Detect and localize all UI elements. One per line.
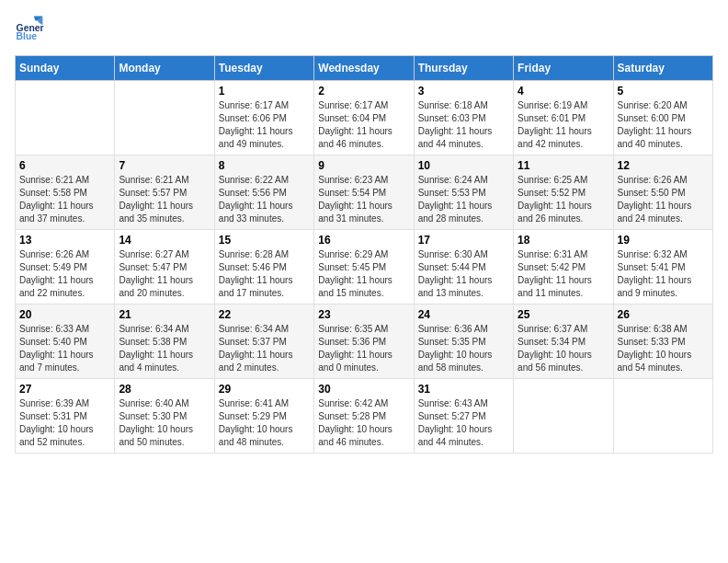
cell-details: Sunrise: 6:25 AMSunset: 5:52 PMDaylight:… <box>518 174 609 225</box>
weekday-header-wednesday: Wednesday <box>314 56 414 81</box>
calendar-week-row: 27Sunrise: 6:39 AMSunset: 5:31 PMDayligh… <box>16 379 713 454</box>
calendar-cell: 18Sunrise: 6:31 AMSunset: 5:42 PMDayligh… <box>514 230 613 304</box>
calendar-cell: 1Sunrise: 6:17 AMSunset: 6:06 PMDaylight… <box>214 81 313 155</box>
calendar-cell <box>514 379 613 454</box>
cell-details: Sunrise: 6:23 AMSunset: 5:54 PMDaylight:… <box>318 174 409 225</box>
day-number: 10 <box>418 159 509 172</box>
weekday-header-saturday: Saturday <box>613 56 712 81</box>
day-number: 11 <box>518 159 609 172</box>
calendar-cell: 12Sunrise: 6:26 AMSunset: 5:50 PMDayligh… <box>613 155 712 230</box>
cell-details: Sunrise: 6:32 AMSunset: 5:41 PMDaylight:… <box>618 248 709 300</box>
cell-details: Sunrise: 6:29 AMSunset: 5:45 PMDaylight:… <box>318 248 409 300</box>
calendar-cell: 9Sunrise: 6:23 AMSunset: 5:54 PMDaylight… <box>314 155 414 230</box>
cell-details: Sunrise: 6:40 AMSunset: 5:30 PMDaylight:… <box>119 397 210 449</box>
day-number: 17 <box>418 234 509 247</box>
cell-details: Sunrise: 6:21 AMSunset: 5:57 PMDaylight:… <box>119 174 210 225</box>
calendar-cell: 6Sunrise: 6:21 AMSunset: 5:58 PMDaylight… <box>16 155 115 230</box>
calendar-cell: 16Sunrise: 6:29 AMSunset: 5:45 PMDayligh… <box>314 230 414 304</box>
svg-text:Blue: Blue <box>17 31 38 41</box>
cell-details: Sunrise: 6:36 AMSunset: 5:35 PMDaylight:… <box>418 323 509 374</box>
cell-details: Sunrise: 6:42 AMSunset: 5:28 PMDaylight:… <box>318 397 409 449</box>
day-number: 25 <box>518 308 609 321</box>
cell-details: Sunrise: 6:38 AMSunset: 5:33 PMDaylight:… <box>618 323 709 374</box>
day-number: 13 <box>19 234 110 247</box>
calendar-cell: 31Sunrise: 6:43 AMSunset: 5:27 PMDayligh… <box>414 379 513 454</box>
cell-details: Sunrise: 6:24 AMSunset: 5:53 PMDaylight:… <box>418 174 509 225</box>
day-number: 16 <box>318 234 409 247</box>
day-number: 15 <box>219 234 310 247</box>
calendar-cell: 5Sunrise: 6:20 AMSunset: 6:00 PMDaylight… <box>613 81 712 155</box>
cell-details: Sunrise: 6:41 AMSunset: 5:29 PMDaylight:… <box>219 397 310 449</box>
cell-details: Sunrise: 6:39 AMSunset: 5:31 PMDaylight:… <box>19 397 110 449</box>
day-number: 21 <box>119 308 210 321</box>
calendar-cell: 19Sunrise: 6:32 AMSunset: 5:41 PMDayligh… <box>613 230 712 304</box>
day-number: 24 <box>418 308 509 321</box>
day-number: 29 <box>219 383 310 396</box>
day-number: 5 <box>618 85 709 98</box>
cell-details: Sunrise: 6:19 AMSunset: 6:01 PMDaylight:… <box>518 99 609 151</box>
calendar-cell: 11Sunrise: 6:25 AMSunset: 5:52 PMDayligh… <box>514 155 613 230</box>
day-number: 19 <box>618 234 709 247</box>
cell-details: Sunrise: 6:34 AMSunset: 5:38 PMDaylight:… <box>119 323 210 374</box>
weekday-header-sunday: Sunday <box>16 56 115 81</box>
day-number: 31 <box>418 383 509 396</box>
day-number: 22 <box>219 308 310 321</box>
day-number: 20 <box>19 308 110 321</box>
day-number: 27 <box>19 383 110 396</box>
day-number: 12 <box>618 159 709 172</box>
cell-details: Sunrise: 6:18 AMSunset: 6:03 PMDaylight:… <box>418 99 509 151</box>
day-number: 26 <box>618 308 709 321</box>
calendar-week-row: 6Sunrise: 6:21 AMSunset: 5:58 PMDaylight… <box>16 155 713 230</box>
calendar-cell: 2Sunrise: 6:17 AMSunset: 6:04 PMDaylight… <box>314 81 414 155</box>
calendar-cell: 24Sunrise: 6:36 AMSunset: 5:35 PMDayligh… <box>414 304 513 379</box>
day-number: 3 <box>418 85 509 98</box>
calendar-cell: 10Sunrise: 6:24 AMSunset: 5:53 PMDayligh… <box>414 155 513 230</box>
calendar-cell <box>115 81 214 155</box>
calendar-cell: 23Sunrise: 6:35 AMSunset: 5:36 PMDayligh… <box>314 304 414 379</box>
day-number: 18 <box>518 234 609 247</box>
cell-details: Sunrise: 6:17 AMSunset: 6:06 PMDaylight:… <box>219 99 310 151</box>
calendar-cell: 3Sunrise: 6:18 AMSunset: 6:03 PMDaylight… <box>414 81 513 155</box>
calendar-cell: 7Sunrise: 6:21 AMSunset: 5:57 PMDaylight… <box>115 155 214 230</box>
cell-details: Sunrise: 6:27 AMSunset: 5:47 PMDaylight:… <box>119 248 210 300</box>
calendar-cell: 13Sunrise: 6:26 AMSunset: 5:49 PMDayligh… <box>16 230 115 304</box>
cell-details: Sunrise: 6:31 AMSunset: 5:42 PMDaylight:… <box>518 248 609 300</box>
day-number: 28 <box>119 383 210 396</box>
calendar-cell: 28Sunrise: 6:40 AMSunset: 5:30 PMDayligh… <box>115 379 214 454</box>
weekday-header-friday: Friday <box>514 56 613 81</box>
calendar-cell: 29Sunrise: 6:41 AMSunset: 5:29 PMDayligh… <box>214 379 313 454</box>
day-number: 1 <box>219 85 310 98</box>
calendar-week-row: 20Sunrise: 6:33 AMSunset: 5:40 PMDayligh… <box>16 304 713 379</box>
calendar-cell: 8Sunrise: 6:22 AMSunset: 5:56 PMDaylight… <box>214 155 313 230</box>
day-number: 7 <box>119 159 210 172</box>
day-number: 8 <box>219 159 310 172</box>
logo-icon: General Blue <box>15 15 44 44</box>
cell-details: Sunrise: 6:30 AMSunset: 5:44 PMDaylight:… <box>418 248 509 300</box>
day-number: 14 <box>119 234 210 247</box>
day-number: 9 <box>318 159 409 172</box>
calendar-cell: 22Sunrise: 6:34 AMSunset: 5:37 PMDayligh… <box>214 304 313 379</box>
calendar-cell: 26Sunrise: 6:38 AMSunset: 5:33 PMDayligh… <box>613 304 712 379</box>
calendar-cell: 14Sunrise: 6:27 AMSunset: 5:47 PMDayligh… <box>115 230 214 304</box>
logo: General Blue <box>15 15 44 44</box>
calendar-cell: 20Sunrise: 6:33 AMSunset: 5:40 PMDayligh… <box>16 304 115 379</box>
weekday-header-thursday: Thursday <box>414 56 513 81</box>
weekday-header-row: SundayMondayTuesdayWednesdayThursdayFrid… <box>16 56 713 81</box>
calendar-cell: 17Sunrise: 6:30 AMSunset: 5:44 PMDayligh… <box>414 230 513 304</box>
calendar-cell: 21Sunrise: 6:34 AMSunset: 5:38 PMDayligh… <box>115 304 214 379</box>
day-number: 4 <box>518 85 609 98</box>
cell-details: Sunrise: 6:37 AMSunset: 5:34 PMDaylight:… <box>518 323 609 374</box>
cell-details: Sunrise: 6:22 AMSunset: 5:56 PMDaylight:… <box>219 174 310 225</box>
cell-details: Sunrise: 6:35 AMSunset: 5:36 PMDaylight:… <box>318 323 409 374</box>
day-number: 30 <box>318 383 409 396</box>
calendar-table: SundayMondayTuesdayWednesdayThursdayFrid… <box>15 55 713 454</box>
calendar-cell <box>613 379 712 454</box>
day-number: 6 <box>19 159 110 172</box>
cell-details: Sunrise: 6:17 AMSunset: 6:04 PMDaylight:… <box>318 99 409 151</box>
cell-details: Sunrise: 6:28 AMSunset: 5:46 PMDaylight:… <box>219 248 310 300</box>
calendar-cell: 25Sunrise: 6:37 AMSunset: 5:34 PMDayligh… <box>514 304 613 379</box>
cell-details: Sunrise: 6:21 AMSunset: 5:58 PMDaylight:… <box>19 174 110 225</box>
calendar-cell: 27Sunrise: 6:39 AMSunset: 5:31 PMDayligh… <box>16 379 115 454</box>
cell-details: Sunrise: 6:43 AMSunset: 5:27 PMDaylight:… <box>418 397 509 449</box>
weekday-header-monday: Monday <box>115 56 214 81</box>
